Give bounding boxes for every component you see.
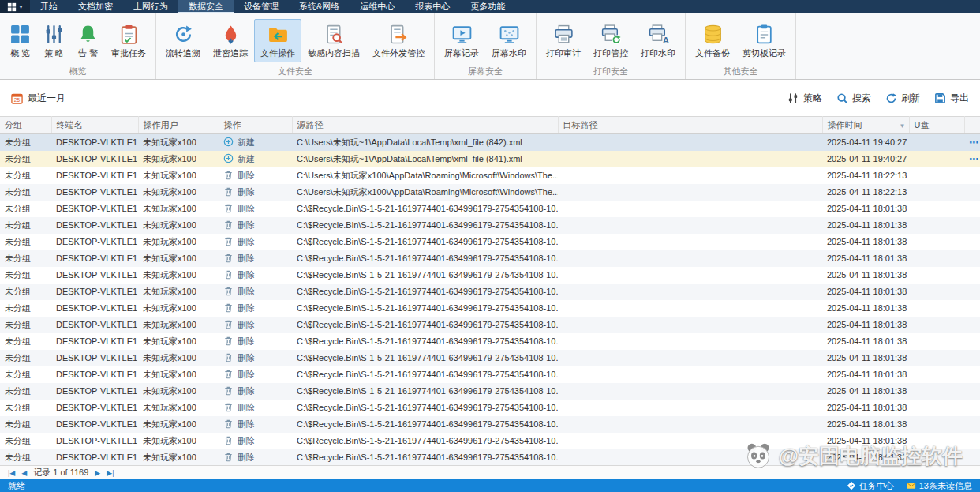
app-menu-button[interactable]: ▾	[0, 0, 30, 13]
cell-group: 未分组	[0, 300, 51, 317]
table-row[interactable]: 未分组DESKTOP-VLKTLE1未知玩家x100删除C:\$Recycle.…	[0, 284, 980, 300]
cell-group: 未分组	[0, 217, 51, 234]
ribbon-button-policy-sliders[interactable]: 策 略	[37, 19, 71, 62]
record-counter: 记录 1 of 1169	[33, 467, 88, 479]
column-filter-icon[interactable]: ▼	[900, 122, 906, 130]
table-row[interactable]: 未分组DESKTOP-VLKTLE1未知玩家x100删除C:\$Recycle.…	[0, 416, 980, 433]
last-page-button[interactable]: ▶|	[107, 469, 114, 477]
table-row[interactable]: 未分组DESKTOP-VLKTLE1未知玩家x100删除C:\$Recycle.…	[0, 383, 980, 400]
table-row[interactable]: 未分组DESKTOP-VLKTLE1未知玩家x100删除C:\$Recycle.…	[0, 433, 980, 449]
ribbon-button-alert-bell[interactable]: 告 警	[71, 19, 105, 62]
ribbon-group: 文件备份剪切板记录其他安全	[686, 13, 796, 79]
ribbon-button-overview-grid[interactable]: 概 览	[3, 19, 37, 62]
ribbon-button-file-operations[interactable]: 文件操作	[254, 19, 301, 62]
ribbon-button-file-backup[interactable]: 文件备份	[689, 19, 736, 62]
ribbon-button-screen-record[interactable]: 屏幕记录	[438, 19, 485, 62]
table-row[interactable]: 未分组DESKTOP-VLKTLE1未知玩家x100删除C:\$Recycle.…	[0, 333, 980, 350]
cell-time: 2025-04-11 18:01:38	[822, 416, 909, 433]
ribbon-button-print-audit[interactable]: 打印审计	[540, 19, 587, 62]
menu-item-2[interactable]: 上网行为	[123, 0, 178, 13]
table-row[interactable]: 未分组DESKTOP-VLKTLE1未知玩家x100删除C:\$Recycle.…	[0, 317, 980, 333]
table-row[interactable]: 未分组DESKTOP-VLKTLE1未知玩家x100新建C:\Users\未知玩…	[0, 151, 980, 167]
cell-time: 2025-04-11 18:01:38	[822, 317, 909, 333]
unread-messages-button[interactable]: 13条未读信息	[907, 480, 972, 492]
search-button[interactable]: 搜索	[836, 92, 871, 105]
column-header-5[interactable]: 目标路径	[558, 117, 822, 134]
trash-icon	[223, 203, 234, 213]
menu-item-6[interactable]: 运维中心	[350, 0, 405, 13]
table-row[interactable]: 未分组DESKTOP-VLKTLE1未知玩家x100删除C:\Users\未知玩…	[0, 184, 980, 201]
table-row[interactable]: 未分组DESKTOP-VLKTLE1未知玩家x100删除C:\$Recycle.…	[0, 201, 980, 217]
pager-bar: |◀ ◀ 记录 1 of 1169 ▶ ▶|	[0, 465, 980, 479]
cell-group: 未分组	[0, 201, 51, 217]
first-page-button[interactable]: |◀	[8, 469, 15, 477]
menu-item-5[interactable]: 系统&网络	[289, 0, 350, 13]
ribbon-button-flow-trace[interactable]: 流转追溯	[159, 19, 207, 62]
column-header-2[interactable]: 操作用户	[138, 117, 219, 134]
operation-label: 删除	[238, 336, 255, 346]
table-row[interactable]: 未分组DESKTOP-VLKTLE1未知玩家x100删除C:\$Recycle.…	[0, 350, 980, 366]
ribbon-button-leak-trace[interactable]: 泄密追踪	[207, 19, 254, 62]
column-header-0[interactable]: 分组	[0, 117, 51, 134]
cell-user: 未知玩家x100	[138, 284, 219, 300]
cell-target-path	[558, 201, 822, 217]
menu-item-8[interactable]: 更多功能	[460, 0, 515, 13]
ribbon-button-file-outgoing[interactable]: 文件外发管控	[366, 19, 431, 62]
trash-icon	[223, 402, 234, 412]
cell-row-actions	[964, 333, 980, 350]
export-button[interactable]: 导出	[934, 92, 969, 105]
trash-icon	[223, 369, 234, 379]
application-window: ▾ 开始文档加密上网行为数据安全设备管理系统&网络运维中心报表中心更多功能 概 …	[0, 0, 980, 492]
ribbon-button-screen-watermark[interactable]: 屏幕水印	[485, 19, 533, 62]
ribbon-button-print-watermark[interactable]: A打印水印	[634, 19, 682, 62]
table-row[interactable]: 未分组DESKTOP-VLKTLE1未知玩家x100删除C:\$Recycle.…	[0, 267, 980, 284]
column-header-7[interactable]: U盘	[909, 117, 964, 134]
menu-item-1[interactable]: 文档加密	[68, 0, 123, 13]
cell-source-path: C:\$Recycle.Bin\S-1-5-21-1619774401-6349…	[292, 317, 558, 333]
table-row[interactable]: 未分组DESKTOP-VLKTLE1未知玩家x100删除C:\$Recycle.…	[0, 234, 980, 250]
svg-text:25: 25	[14, 97, 21, 103]
operation-label: 新建	[238, 154, 255, 163]
cell-time: 2025-04-11 18:22:13	[822, 167, 909, 184]
refresh-button[interactable]: 刷新	[885, 92, 920, 105]
ribbon-group-label: 概览	[2, 66, 153, 79]
menu-item-3[interactable]: 数据安全	[178, 0, 234, 13]
ribbon-button-print-control[interactable]: 打印管控	[587, 19, 634, 62]
row-menu-button[interactable]: ⋯	[969, 137, 979, 148]
table-row[interactable]: 未分组DESKTOP-VLKTLE1未知玩家x100删除C:\$Recycle.…	[0, 449, 980, 466]
date-range-filter[interactable]: 25 最近一月	[11, 92, 65, 105]
prev-page-button[interactable]: ◀	[21, 469, 27, 477]
cell-terminal: DESKTOP-VLKTLE1	[51, 151, 138, 167]
ribbon-button-approval-clipboard[interactable]: 审批任务	[105, 19, 152, 62]
column-header-1[interactable]: 终端名	[51, 117, 138, 134]
task-center-button[interactable]: 任务中心	[847, 480, 894, 492]
cell-row-actions	[964, 300, 980, 317]
cell-source-path: C:\Users\未知玩家x100\AppData\Roaming\Micros…	[292, 167, 558, 184]
ribbon-button-clipboard-record[interactable]: 剪切板记录	[736, 19, 792, 62]
column-header-3[interactable]: 操作	[219, 117, 292, 134]
table-row[interactable]: 未分组DESKTOP-VLKTLE1未知玩家x100删除C:\$Recycle.…	[0, 300, 980, 317]
table-row[interactable]: 未分组DESKTOP-VLKTLE1未知玩家x100删除C:\$Recycle.…	[0, 250, 980, 267]
table-row[interactable]: 未分组DESKTOP-VLKTLE1未知玩家x100删除C:\$Recycle.…	[0, 366, 980, 383]
operation-label: 删除	[238, 270, 255, 280]
cell-time: 2025-04-11 18:01:38	[822, 300, 909, 317]
cell-row-actions	[964, 267, 980, 284]
table-row[interactable]: 未分组DESKTOP-VLKTLE1未知玩家x100新建C:\Users\未知玩…	[0, 134, 980, 151]
column-header-4[interactable]: 源路径	[292, 117, 558, 134]
table-row[interactable]: 未分组DESKTOP-VLKTLE1未知玩家x100删除C:\$Recycle.…	[0, 217, 980, 234]
tune-button[interactable]: 策略	[787, 92, 822, 105]
ribbon-button-label: 打印水印	[641, 47, 675, 59]
ribbon-button-sensitive-scan[interactable]: 敏感内容扫描	[301, 19, 366, 62]
menu-item-7[interactable]: 报表中心	[405, 0, 460, 13]
menu-item-4[interactable]: 设备管理	[234, 0, 289, 13]
cell-user: 未知玩家x100	[138, 433, 219, 449]
next-page-button[interactable]: ▶	[95, 469, 100, 477]
column-header-6[interactable]: 操作时间▼	[822, 117, 909, 134]
row-menu-button[interactable]: ⋯	[969, 153, 979, 165]
trash-icon	[223, 220, 234, 230]
table-row[interactable]: 未分组DESKTOP-VLKTLE1未知玩家x100删除C:\$Recycle.…	[0, 400, 980, 416]
table-row[interactable]: 未分组DESKTOP-VLKTLE1未知玩家x100删除C:\Users\未知玩…	[0, 167, 980, 184]
menu-item-0[interactable]: 开始	[30, 0, 68, 13]
ribbon-group-label: 打印安全	[539, 66, 683, 79]
task-center-label: 任务中心	[859, 480, 894, 492]
